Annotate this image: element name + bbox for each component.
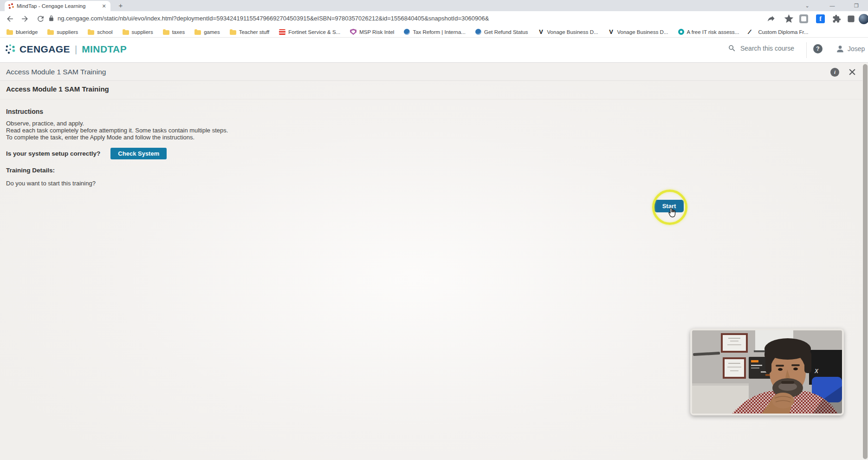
tab-close-icon[interactable]: ✕ [101,3,107,9]
content-divider [0,99,862,99]
url-bar[interactable]: ng.cengage.com/static/nb/ui/evo/index.ht… [58,15,758,22]
bookmark-item[interactable]: VVonage Business D... [538,29,598,35]
browser-toolbar: ng.cengage.com/static/nb/ui/evo/index.ht… [0,11,868,26]
training-details-heading: Training Details: [6,167,55,174]
side-panel-icon[interactable] [847,14,855,23]
bookmark-item[interactable]: Tax Reform | Interna... [404,29,466,35]
bookmark-item[interactable]: MSP Risk Intel [350,29,394,35]
profile-avatar[interactable] [859,14,868,24]
bookmark-label: Vonage Business D... [547,29,598,35]
bookmark-item[interactable]: A free IT risk assess... [678,29,739,35]
bookmark-item[interactable]: suppliers [123,29,153,35]
new-tab-button[interactable]: + [117,2,124,9]
hand-cursor-icon [667,207,678,219]
bookmark-label: suppliers [132,29,153,35]
diploma-icon: ∕∕ [749,29,755,35]
folder-icon [6,30,13,35]
brand-divider: | [75,44,77,55]
search-label: Search this course [740,45,794,52]
tab-title: MindTap - Cengage Learning [17,3,98,9]
bookmark-label: blueridge [16,29,38,35]
bookmark-item[interactable]: VVonage Business D... [608,29,668,35]
product-text: MINDTAP [82,44,127,55]
share-icon[interactable] [767,14,776,23]
window-minimize-icon[interactable]: — [824,0,840,11]
irs-icon [475,29,481,35]
bookmarks-bar: blueridgesuppliersschoolsupplierstaxesga… [0,26,868,38]
cengage-favicon [8,3,14,9]
system-check-row: Is your system setup correctly? Check Sy… [6,148,167,159]
bookmark-item[interactable]: Get Refund Status [475,29,528,35]
irs-icon [404,29,410,35]
bookmark-label: Fortinet Service & S... [288,29,340,35]
bookmark-item[interactable]: Teacher stuff [230,29,270,35]
bookmark-item[interactable]: blueridge [6,29,38,35]
instruction-line: Read each task completely before attempt… [6,127,228,134]
system-question: Is your system setup correctly? [6,150,100,157]
tab-search-chevron-icon[interactable]: ⌄ [799,0,815,11]
svg-text:X: X [814,368,819,375]
webcam-overlay: X [690,329,844,415]
activity-title-bar: Access Module 1 SAM Training i [0,63,868,81]
vonage-icon: V [538,29,544,35]
user-name: Josep [848,45,865,53]
printer-extension-icon[interactable] [799,14,808,23]
vonage-icon: V [608,29,615,35]
cengage-logo-icon [5,44,16,55]
search-icon [728,44,736,53]
instructions-heading: Instructions [6,108,43,115]
shield-icon [350,29,356,35]
header-divider [806,42,807,58]
browser-tab[interactable]: MindTap - Cengage Learning ✕ [5,1,110,11]
reload-icon[interactable] [36,14,45,23]
bookmark-item[interactable]: school [88,29,112,35]
scrollbar-thumb[interactable] [863,64,868,459]
folder-icon [163,30,169,35]
bookmark-label: Tax Reform | Interna... [413,29,466,35]
eye-icon [678,29,684,35]
window-restore-icon[interactable]: ❐ [849,0,864,11]
page-scrollbar[interactable] [862,63,868,460]
bookmark-label: Custom Diploma Fr... [758,29,808,35]
bookmark-label: Get Refund Status [484,29,528,35]
bookmark-label: school [97,29,112,35]
browser-tab-strip: MindTap - Cengage Learning ✕ + ⌄ — ❐ [0,0,868,11]
content-heading: Access Module 1 SAM Training [6,85,109,93]
bookmark-label: games [204,29,220,35]
bookmark-label: MSP Risk Intel [359,29,394,35]
facebook-extension-icon[interactable]: f [816,14,825,23]
bookmark-item[interactable]: suppliers [47,29,78,35]
bookmark-label: taxes [172,29,185,35]
bookmark-star-icon[interactable] [784,14,793,23]
bookmark-item[interactable]: ∕∕Custom Diploma Fr... [749,29,808,35]
instruction-line: Observe, practice, and apply. [6,120,228,127]
folder-icon [194,30,201,35]
check-system-button[interactable]: Check System [110,148,167,159]
lock-icon[interactable] [48,15,55,22]
bookmark-label: Vonage Business D... [617,29,668,35]
bookmark-item[interactable]: taxes [163,29,185,35]
person-icon [836,44,845,53]
fortinet-icon [279,29,285,35]
cengage-mindtap-logo[interactable]: CENGAGE | MINDTAP [5,44,127,55]
folder-icon [230,30,236,35]
folder-icon [47,30,54,35]
bookmark-item[interactable]: Fortinet Service & S... [279,29,340,35]
course-search[interactable]: Search this course [728,44,794,53]
info-icon[interactable]: i [830,68,839,77]
instruction-line: To complete the task, enter the Apply Mo… [6,134,228,141]
extensions-puzzle-icon[interactable] [832,14,841,23]
bookmark-label: A free IT risk assess... [687,29,739,35]
close-icon[interactable] [848,67,857,77]
activity-title: Access Module 1 SAM Training [6,68,106,76]
user-menu[interactable]: Josep [836,44,865,53]
instructions-text: Observe, practice, and apply. Read each … [6,120,228,141]
back-icon[interactable] [6,14,14,23]
help-icon[interactable]: ? [813,44,823,53]
folder-icon [123,30,129,35]
bookmark-item[interactable]: games [194,29,220,35]
forward-icon[interactable] [20,14,29,23]
brand-text: CENGAGE [19,44,70,55]
folder-icon [88,30,94,35]
webcam-video: X [692,330,842,414]
